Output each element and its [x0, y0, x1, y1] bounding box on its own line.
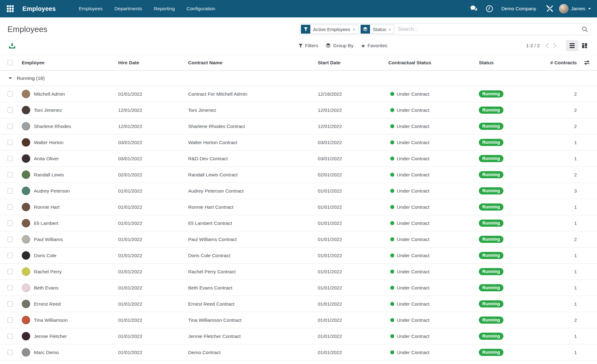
optional-columns-button[interactable] — [584, 60, 590, 65]
row-checkbox[interactable] — [7, 285, 13, 290]
hire-date: 12/01/2022 — [118, 107, 188, 113]
table-row[interactable]: Toni Jimenez 12/01/2022 Toni Jimenez 12/… — [0, 102, 597, 118]
contract-name: Ernest Reed Contract — [188, 301, 318, 307]
table-row[interactable]: Walter Horton 03/01/2022 Walter Horton C… — [0, 134, 597, 151]
employee-avatar — [22, 122, 30, 130]
table-row[interactable]: Ronnie Hart 01/01/2022 Ronnie Hart Contr… — [0, 199, 597, 215]
table-row[interactable]: Ernest Reed 01/01/2022 Ernest Reed Contr… — [0, 296, 597, 312]
table-row[interactable]: Tina Williamson 01/01/2022 Tina Williams… — [0, 312, 597, 328]
pager-previous-button[interactable] — [544, 42, 550, 50]
table-row[interactable]: Beth Evans 01/01/2022 Beth Evans Contrac… — [0, 280, 597, 296]
header-start-date[interactable]: Start Date — [318, 60, 388, 66]
row-checkbox[interactable] — [7, 253, 13, 258]
user-menu[interactable]: James — [559, 4, 591, 13]
table-row[interactable]: Rachel Perry 01/01/2022 Rachel Perry Con… — [0, 264, 597, 280]
app-name[interactable]: Employees — [22, 5, 56, 12]
status-dot-icon — [390, 334, 394, 338]
header-employee[interactable]: Employee — [22, 60, 118, 66]
header-contract-name[interactable]: Contract Name — [188, 60, 318, 66]
row-checkbox[interactable] — [7, 91, 13, 97]
status-dot-icon — [390, 205, 394, 209]
employee-avatar — [22, 284, 30, 292]
facet-remove-icon[interactable]: × — [353, 27, 355, 32]
employee-avatar — [22, 316, 30, 324]
tools-icon — [546, 5, 554, 13]
status-badge: Running — [479, 300, 503, 307]
menu-configuration[interactable]: Configuration — [183, 3, 219, 14]
contractual-status: Under Contract — [397, 285, 429, 291]
facet-remove-icon[interactable]: × — [389, 27, 391, 32]
layers-icon — [326, 43, 331, 48]
header-status[interactable]: Status — [479, 60, 548, 66]
employee-avatar — [22, 154, 30, 163]
menu-reporting[interactable]: Reporting — [150, 3, 178, 14]
table-row[interactable]: Anita Oliver 03/01/2022 R&D Dev Contract… — [0, 151, 597, 167]
export-button[interactable] — [7, 41, 17, 50]
search-button[interactable] — [582, 26, 588, 32]
employee-avatar — [22, 171, 30, 179]
start-date: 12/01/2022 — [318, 107, 388, 113]
start-date: 12/01/2022 — [318, 124, 388, 129]
select-all-checkbox[interactable] — [7, 60, 13, 65]
row-checkbox[interactable] — [7, 107, 13, 113]
table-row[interactable]: Mitchell Admin 01/01/2022 Contract For M… — [0, 86, 597, 102]
group-header-running[interactable]: Running (18) — [0, 71, 597, 86]
group-by-button[interactable]: Group By — [322, 41, 357, 51]
employee-avatar — [22, 138, 30, 147]
contractual-status: Under Contract — [397, 91, 429, 97]
header-contracts-count[interactable]: # Contracts — [548, 60, 577, 66]
row-checkbox[interactable] — [7, 204, 13, 210]
menu-employees[interactable]: Employees — [75, 3, 106, 14]
row-checkbox[interactable] — [7, 269, 13, 274]
start-date: 01/01/2022 — [318, 221, 388, 226]
employee-name: Anita Oliver — [34, 156, 59, 162]
apps-menu-button[interactable] — [5, 3, 16, 14]
row-checkbox[interactable] — [7, 221, 13, 226]
row-checkbox[interactable] — [7, 301, 13, 307]
row-checkbox[interactable] — [7, 350, 13, 355]
table-row[interactable]: Marc Demo 01/01/2022 Demo Contract 01/01… — [0, 344, 597, 361]
row-checkbox[interactable] — [7, 188, 13, 193]
search-facet-status[interactable]: Status × — [360, 25, 394, 34]
hire-date: 12/01/2022 — [118, 124, 188, 129]
apps-grid-icon — [7, 5, 14, 12]
table-row[interactable]: Audrey Peterson 01/01/2022 Audrey Peters… — [0, 183, 597, 199]
developer-tools-button[interactable] — [544, 2, 556, 15]
messages-button[interactable] — [468, 2, 480, 15]
employee-name: Rachel Perry — [34, 269, 62, 275]
contracts-count: 1 — [548, 301, 577, 307]
search-facet-active-employees[interactable]: Active Employees × — [301, 25, 359, 34]
pager-next-button[interactable] — [552, 42, 558, 50]
list-view-button[interactable] — [566, 40, 578, 51]
row-checkbox[interactable] — [7, 317, 13, 323]
header-contractual-status[interactable]: Contractual Status — [388, 60, 479, 66]
contractual-status: Under Contract — [397, 221, 429, 226]
row-checkbox[interactable] — [7, 237, 13, 242]
table-row[interactable]: Sharlene Rhodes 12/01/2022 Sharlene Rhod… — [0, 118, 597, 134]
header-hire-date[interactable]: Hire Date — [118, 60, 188, 66]
employee-name: Doris Cole — [34, 253, 56, 258]
status-badge: Running — [479, 155, 503, 162]
activities-button[interactable] — [483, 2, 496, 15]
status-badge: Running — [479, 268, 503, 275]
favorites-button[interactable]: ★ Favorites — [357, 41, 391, 51]
row-checkbox[interactable] — [7, 140, 13, 145]
row-checkbox[interactable] — [7, 334, 13, 339]
table-row[interactable]: Randall Lewis 02/01/2022 Randall Lewis C… — [0, 167, 597, 183]
table-row[interactable]: Eli Lambert 01/01/2022 Eli Lambert Contr… — [0, 215, 597, 231]
employee-name: Eli Lambert — [34, 221, 58, 226]
row-checkbox[interactable] — [7, 156, 13, 161]
menu-departments[interactable]: Departments — [111, 3, 146, 14]
row-checkbox[interactable] — [7, 124, 13, 129]
row-checkbox[interactable] — [7, 172, 13, 177]
search-bar[interactable]: Active Employees × Status × — [299, 23, 591, 35]
contracts-count: 3 — [548, 188, 577, 194]
search-input[interactable] — [396, 25, 582, 34]
kanban-view-button[interactable] — [578, 40, 591, 51]
contractual-status: Under Contract — [397, 253, 429, 258]
table-row[interactable]: Paul Williams 01/01/2022 Paul Williams C… — [0, 231, 597, 248]
table-row[interactable]: Jennie Fletcher 01/01/2022 Jennie Fletch… — [0, 328, 597, 344]
table-row[interactable]: Doris Cole 01/01/2022 Doris Cole Contrac… — [0, 248, 597, 264]
filters-button[interactable]: Filters — [295, 41, 322, 51]
company-switcher[interactable]: Demo Company — [501, 6, 536, 11]
